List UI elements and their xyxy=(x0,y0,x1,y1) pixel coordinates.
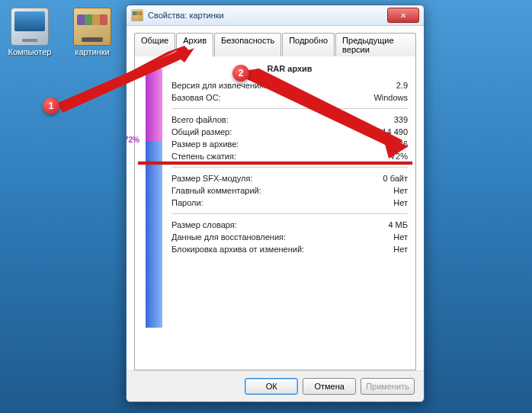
titlebar[interactable]: Свойства: картинки xyxy=(127,5,424,26)
cancel-button[interactable]: Отмена xyxy=(303,378,356,395)
label: Базовая ОС: xyxy=(171,91,221,104)
label: Степень сжатия: xyxy=(171,150,236,162)
label: Общий размер: xyxy=(171,126,232,138)
annotation-badge: 1 xyxy=(43,98,59,114)
label: Главный комментарий: xyxy=(171,184,261,197)
value: 72% xyxy=(391,150,408,162)
label: Версия для извлечения: xyxy=(171,79,266,91)
label: Блокировка архива от изменений: xyxy=(171,243,304,255)
tab-strip: Общие Архив Безопасность Подробно Предыд… xyxy=(134,33,416,57)
value: 9 836 xyxy=(386,138,408,150)
desktop-icon-label: картинки xyxy=(66,47,119,56)
label: Пароли: xyxy=(171,197,204,209)
window-title: Свойства: картинки xyxy=(148,11,387,20)
tab-general[interactable]: Общие xyxy=(134,33,175,56)
rar-archive-icon xyxy=(131,9,143,21)
value: Нет xyxy=(393,197,408,209)
annotation-badge: 2 xyxy=(232,65,249,82)
archive-heading: RAR архив xyxy=(171,64,408,73)
desktop-icon-label: Компьютер xyxy=(3,47,56,56)
tab-versions[interactable]: Предыдущие версии xyxy=(335,33,416,56)
label: Размер словаря: xyxy=(171,219,237,231)
label: Данные для восстановления: xyxy=(171,231,286,243)
properties-window: Свойства: картинки Общие Архив Безопасно… xyxy=(126,5,425,402)
desktop-icon-computer[interactable]: Компьютер xyxy=(3,8,56,56)
computer-icon xyxy=(11,8,49,46)
apply-button[interactable]: Применить xyxy=(361,378,415,395)
rar-archive-icon xyxy=(73,8,111,46)
compression-bar: 72% xyxy=(143,64,165,365)
label: Всего файлов: xyxy=(171,114,229,126)
label: Размер SFX-модуля: xyxy=(171,172,252,184)
value: Нет xyxy=(393,184,408,197)
value: 914 490 xyxy=(377,126,408,138)
value: 0 байт xyxy=(383,172,408,184)
compression-percent: 72% xyxy=(126,136,139,144)
value: 4 МБ xyxy=(388,219,408,231)
close-button[interactable] xyxy=(387,8,419,23)
value: 339 xyxy=(394,114,408,126)
label: Размер в архиве: xyxy=(171,138,239,150)
tab-security[interactable]: Безопасность xyxy=(214,33,281,56)
desktop-icon-archive[interactable]: картинки xyxy=(66,8,119,56)
value: Windows xyxy=(373,91,408,104)
value: 2.9 xyxy=(396,79,408,91)
tab-archive[interactable]: Архив xyxy=(176,33,213,57)
tab-details[interactable]: Подробно xyxy=(282,33,335,56)
dialog-buttons: ОК Отмена Применить xyxy=(127,370,424,402)
value: Нет xyxy=(393,231,408,243)
value: Нет xyxy=(393,243,408,255)
ok-button[interactable]: ОК xyxy=(245,378,298,395)
